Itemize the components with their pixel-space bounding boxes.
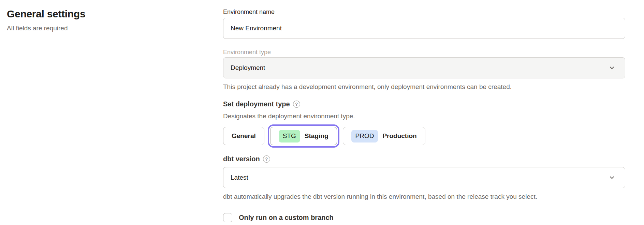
page-subtitle: All fields are required [7, 24, 209, 32]
deployment-type-production-label: Production [382, 132, 416, 140]
environment-type-label: Environment type [223, 48, 625, 56]
deployment-type-production-button[interactable]: PROD Production [343, 127, 425, 145]
deployment-type-label-text: Set deployment type [223, 100, 290, 108]
custom-branch-label: Only run on a custom branch [239, 214, 334, 222]
environment-type-selected-value: Deployment [231, 64, 265, 72]
dbt-version-helper-text: dbt automatically upgrades the dbt versi… [223, 193, 625, 201]
production-badge: PROD [351, 130, 378, 142]
page-title: General settings [7, 7, 209, 20]
dbt-version-section-label: dbt version ? [223, 155, 625, 163]
settings-summary-column: General settings All fields are required [0, 0, 223, 222]
custom-branch-row[interactable]: Only run on a custom branch [223, 213, 625, 222]
environment-name-label: Environment name [223, 8, 625, 16]
deployment-type-button-group: General STG Staging PROD Production [223, 127, 625, 145]
deployment-type-description: Designates the deployment environment ty… [223, 112, 625, 120]
question-circle-icon[interactable]: ? [263, 155, 270, 163]
dbt-version-label-text: dbt version [223, 155, 260, 163]
deployment-type-staging-button[interactable]: STG Staging [270, 127, 337, 145]
general-settings-page: General settings All fields are required… [0, 0, 644, 222]
environment-settings-form: Environment name Environment type Deploy… [223, 0, 625, 222]
environment-type-select: Deployment [223, 57, 625, 78]
chevron-down-icon [609, 175, 615, 181]
chevron-down-icon [609, 65, 615, 71]
deployment-type-general-label: General [232, 132, 256, 140]
staging-badge: STG [279, 130, 300, 142]
environment-type-helper-text: This project already has a development e… [223, 83, 625, 91]
dbt-version-selected-value: Latest [231, 174, 248, 181]
custom-branch-checkbox[interactable] [223, 213, 232, 222]
deployment-type-staging-label: Staging [305, 132, 328, 140]
deployment-type-section-label: Set deployment type ? [223, 100, 625, 108]
environment-name-input[interactable] [223, 18, 625, 39]
dbt-version-select[interactable]: Latest [223, 167, 625, 188]
deployment-type-general-button[interactable]: General [223, 127, 264, 145]
question-circle-icon[interactable]: ? [293, 101, 300, 108]
